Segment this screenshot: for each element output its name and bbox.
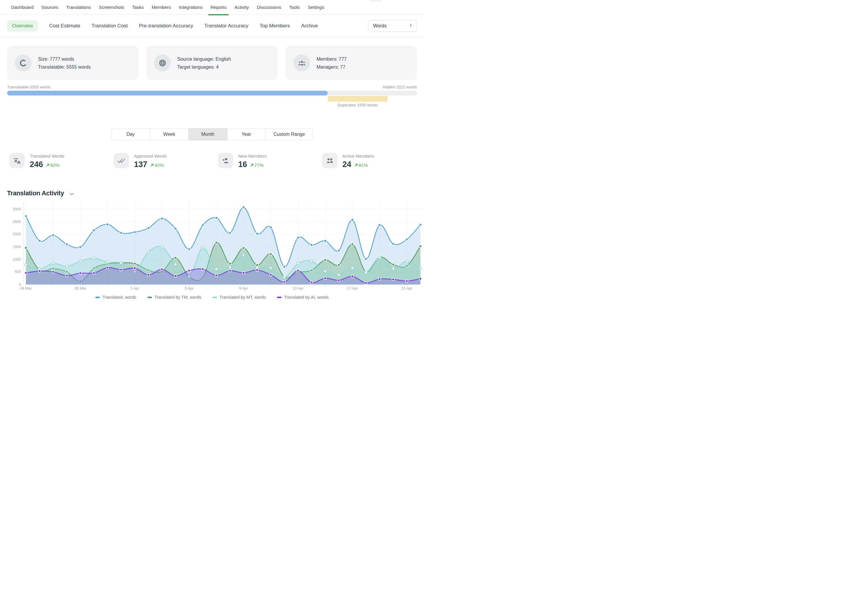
data-point[interactable] bbox=[419, 278, 422, 280]
data-point[interactable] bbox=[270, 267, 272, 269]
report-tab-translation-cost[interactable]: Translation Cost bbox=[92, 23, 128, 29]
data-point[interactable] bbox=[392, 267, 394, 270]
data-point[interactable] bbox=[147, 227, 150, 230]
data-point[interactable] bbox=[392, 278, 394, 281]
data-point[interactable] bbox=[324, 277, 326, 279]
data-point[interactable] bbox=[25, 272, 27, 274]
data-point[interactable] bbox=[405, 280, 408, 282]
data-point[interactable] bbox=[202, 246, 204, 249]
data-point[interactable] bbox=[65, 274, 68, 277]
data-point[interactable] bbox=[337, 274, 340, 276]
data-point[interactable] bbox=[38, 270, 41, 273]
data-point[interactable] bbox=[133, 267, 136, 270]
nav-item-members[interactable]: Members bbox=[152, 0, 171, 15]
nav-item-screenshots[interactable]: Screenshots bbox=[99, 0, 124, 15]
data-point[interactable] bbox=[365, 271, 368, 274]
data-point[interactable] bbox=[297, 262, 299, 265]
data-point[interactable] bbox=[161, 217, 163, 220]
nav-item-translations[interactable]: Translations bbox=[66, 0, 91, 15]
data-point[interactable] bbox=[106, 266, 109, 269]
data-point[interactable] bbox=[79, 272, 82, 275]
nav-item-reports[interactable]: Reports bbox=[211, 0, 227, 15]
legend-item-translated-words[interactable]: Translated, words bbox=[95, 295, 136, 300]
data-point[interactable] bbox=[419, 267, 422, 270]
range-tab-month[interactable]: Month bbox=[188, 128, 227, 140]
data-point[interactable] bbox=[297, 270, 299, 272]
data-point[interactable] bbox=[52, 234, 55, 236]
data-point[interactable] bbox=[242, 206, 245, 209]
data-point[interactable] bbox=[310, 243, 313, 246]
data-point[interactable] bbox=[378, 224, 381, 227]
data-point[interactable] bbox=[52, 271, 55, 273]
data-point[interactable] bbox=[270, 226, 272, 229]
data-point[interactable] bbox=[337, 279, 340, 282]
data-point[interactable] bbox=[378, 278, 381, 281]
translation-activity-chart[interactable]: 05001000150020002500300024 Mar28 Mar1 Ap… bbox=[0, 200, 424, 293]
data-point[interactable] bbox=[283, 276, 286, 279]
report-tab-translator-accuracy[interactable]: Translator Accuracy bbox=[205, 23, 249, 29]
legend-item-translated-by-ai-words[interactable]: Translated by AI, words bbox=[277, 295, 329, 300]
data-point[interactable] bbox=[174, 263, 177, 266]
data-point[interactable] bbox=[283, 281, 286, 284]
data-point[interactable] bbox=[229, 263, 231, 265]
report-tab-archive[interactable]: Archive bbox=[301, 23, 318, 29]
data-point[interactable] bbox=[351, 267, 354, 270]
data-point[interactable] bbox=[324, 239, 326, 242]
data-point[interactable] bbox=[270, 273, 272, 276]
data-point[interactable] bbox=[106, 223, 109, 226]
data-point[interactable] bbox=[365, 258, 368, 260]
chevron-down-icon[interactable] bbox=[70, 193, 74, 196]
data-point[interactable] bbox=[133, 231, 136, 234]
data-point[interactable] bbox=[242, 247, 245, 249]
data-point[interactable] bbox=[120, 269, 123, 271]
data-point[interactable] bbox=[147, 251, 150, 253]
nav-item-sources[interactable]: Sources bbox=[42, 0, 58, 15]
data-point[interactable] bbox=[229, 266, 231, 269]
nav-item-dashboard[interactable]: Dashboard bbox=[11, 0, 34, 15]
data-point[interactable] bbox=[174, 275, 177, 278]
data-point[interactable] bbox=[351, 218, 354, 221]
data-point[interactable] bbox=[215, 274, 218, 277]
data-point[interactable] bbox=[215, 268, 218, 270]
data-point[interactable] bbox=[161, 268, 163, 271]
data-point[interactable] bbox=[215, 241, 218, 244]
data-point[interactable] bbox=[324, 259, 326, 261]
data-point[interactable] bbox=[93, 257, 95, 260]
data-point[interactable] bbox=[365, 282, 368, 284]
data-point[interactable] bbox=[256, 269, 258, 271]
data-point[interactable] bbox=[229, 232, 231, 234]
range-tab-year[interactable]: Year bbox=[227, 128, 266, 140]
data-point[interactable] bbox=[174, 227, 177, 230]
range-tab-day[interactable]: Day bbox=[111, 128, 150, 140]
data-point[interactable] bbox=[65, 265, 68, 267]
report-tab-top-members[interactable]: Top Members bbox=[260, 23, 290, 29]
nav-item-tasks[interactable]: Tasks bbox=[132, 0, 144, 15]
data-point[interactable] bbox=[188, 248, 191, 251]
data-point[interactable] bbox=[133, 262, 136, 265]
data-point[interactable] bbox=[229, 270, 231, 272]
data-point[interactable] bbox=[52, 262, 55, 265]
data-point[interactable] bbox=[256, 266, 258, 269]
nav-item-discussions[interactable]: Discussions bbox=[257, 0, 281, 15]
data-point[interactable] bbox=[310, 281, 313, 284]
data-point[interactable] bbox=[242, 272, 245, 274]
unit-select[interactable]: Words bbox=[368, 20, 417, 32]
data-point[interactable] bbox=[215, 217, 218, 219]
data-point[interactable] bbox=[297, 236, 299, 239]
data-point[interactable] bbox=[188, 269, 191, 272]
report-tab-cost-estimate[interactable]: Cost Estimate bbox=[49, 23, 80, 29]
nav-item-integrations[interactable]: Integrations bbox=[179, 0, 203, 15]
data-point[interactable] bbox=[337, 264, 340, 266]
data-point[interactable] bbox=[256, 232, 258, 235]
legend-item-translated-by-mt-words[interactable]: Translated by MT, words bbox=[213, 295, 266, 300]
data-point[interactable] bbox=[93, 229, 95, 232]
data-point[interactable] bbox=[242, 254, 245, 257]
data-point[interactable] bbox=[419, 245, 422, 248]
data-point[interactable] bbox=[324, 270, 326, 273]
data-point[interactable] bbox=[351, 275, 354, 278]
range-tab-custom-range[interactable]: Custom Range bbox=[265, 128, 313, 140]
report-tab-overview[interactable]: Overview bbox=[7, 20, 38, 31]
data-point[interactable] bbox=[174, 257, 177, 259]
data-point[interactable] bbox=[38, 239, 41, 242]
legend-item-translated-by-tm-words[interactable]: Translated by TM, words bbox=[148, 295, 202, 300]
